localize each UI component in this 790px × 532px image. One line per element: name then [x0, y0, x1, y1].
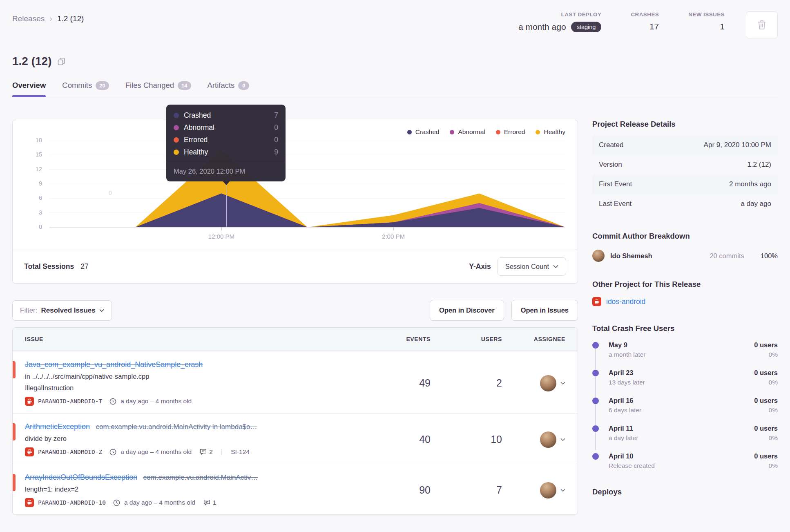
environment-badge: staging	[571, 22, 602, 32]
chevron-down-icon[interactable]	[560, 438, 565, 441]
assignee-avatar[interactable]	[540, 375, 556, 391]
chevron-down-icon[interactable]	[560, 489, 565, 492]
timeline-entry: April 16 6 days later 0 users 0%	[592, 397, 778, 414]
open-in-discover-button[interactable]: Open in Discover	[430, 300, 504, 321]
timeline-entry: April 10 Release created 0 users 0%	[592, 452, 778, 469]
chevron-down-icon[interactable]	[560, 382, 565, 385]
y-tick-label: 9	[39, 180, 42, 187]
issue-title-link[interactable]: ArithmeticException	[25, 422, 90, 431]
author-percent: 100%	[761, 252, 778, 260]
tab-overview[interactable]: Overview	[12, 81, 46, 97]
last-deploy-label: LAST DEPLOY	[518, 11, 602, 18]
project-slug: PARANOID-ANDROID-T	[38, 398, 102, 405]
comments-indicator[interactable]: 2	[200, 448, 213, 456]
issue-row: ArrayIndexOutOfBoundsException com.examp…	[13, 464, 578, 514]
deploys-section: Deploys	[592, 487, 778, 496]
release-page: Releases › 1.2 (12) LAST DEPLOY a month …	[0, 0, 790, 532]
stat-new-issues: NEW ISSUES 1	[688, 11, 725, 31]
breadcrumb-releases-link[interactable]: Releases	[12, 14, 45, 23]
assignee-avatar[interactable]	[540, 482, 556, 498]
last-deploy-value: a month ago	[518, 22, 566, 32]
clock-icon	[113, 499, 120, 506]
other-project-link[interactable]: idos-android	[606, 297, 645, 306]
abnormal-dot-icon	[174, 125, 179, 130]
issue-users-count: 10	[431, 422, 502, 456]
issue-culprit-inline[interactable]: com.example.vu.android.MainActiv…	[143, 474, 258, 481]
project-slug: PARANOID-ANDROID-Z	[38, 449, 102, 455]
healthy-dot-icon	[174, 150, 179, 155]
breadcrumb-current: 1.2 (12)	[57, 14, 84, 23]
comments-indicator[interactable]: 1	[203, 499, 216, 506]
clock-icon	[109, 398, 116, 405]
issue-annotation[interactable]: SI-124	[231, 448, 250, 456]
tooltip-date: May 26, 2020 12:00 PM	[166, 162, 286, 181]
issue-level-indicator	[13, 361, 16, 378]
column-assignee: ASSIGNEE	[502, 336, 578, 342]
y-tick-label: 12	[36, 166, 42, 172]
abnormal-dot-icon	[450, 130, 454, 134]
comment-icon	[200, 449, 207, 455]
detail-row-created: CreatedApr 9, 2020 10:00 PM	[592, 135, 778, 155]
timeline-dot-icon	[592, 398, 599, 404]
issue-title-link[interactable]: Java_com_example_vu_android_NativeSample…	[25, 360, 203, 369]
timeline-dot-icon	[592, 453, 599, 460]
new-issues-value: 1	[720, 22, 725, 31]
x-tick-label: 12:00 PM	[208, 233, 234, 240]
y-axis-select[interactable]: Session Count	[498, 257, 566, 276]
issue-culprit-inline[interactable]: com.example.vu.android.MainActivity in l…	[96, 423, 257, 431]
issue-users-count: 7	[431, 473, 502, 507]
y-tick-label: 0	[39, 224, 42, 230]
other-project-section: Other Project for This Release idos-andr…	[592, 280, 778, 306]
sessions-chart-card: CrashedAbnormalErroredHealthy 0369121518…	[12, 120, 578, 284]
column-users: USERS	[431, 336, 502, 342]
author-name: Ido Shemesh	[610, 252, 704, 260]
section-title: Deploys	[592, 487, 778, 496]
copy-icon[interactable]	[58, 58, 65, 65]
delete-release-button[interactable]	[746, 11, 778, 38]
errored-dot-icon	[496, 130, 500, 134]
issue-title-link[interactable]: ArrayIndexOutOfBoundsException	[25, 473, 137, 481]
issue-row: ArithmeticException com.example.vu.andro…	[13, 413, 578, 464]
timeline-entry: April 11 a day later 0 users 0%	[592, 425, 778, 442]
chevron-down-icon	[553, 265, 558, 268]
open-in-issues-button[interactable]: Open in Issues	[511, 300, 578, 321]
tab-artifacts[interactable]: Artifacts 0	[208, 81, 250, 97]
legend-item-healthy[interactable]: Healthy	[536, 128, 565, 136]
legend-item-errored[interactable]: Errored	[496, 128, 525, 136]
chart-tooltip: Crashed 7 Abnormal 0 E	[166, 105, 286, 181]
java-project-icon	[25, 447, 34, 456]
chevron-down-icon	[99, 309, 104, 312]
meta-divider: |	[221, 448, 223, 456]
tooltip-row-errored: Errored 0	[174, 136, 278, 144]
chart-ghost-label: 0	[109, 190, 112, 196]
release-tabs: Overview Commits 20 Files Changed 14 Art…	[12, 81, 778, 97]
legend-item-crashed[interactable]: Crashed	[407, 128, 440, 136]
tab-files-changed[interactable]: Files Changed 14	[125, 81, 191, 97]
chart-area: 0369121518 0 Crashed 7	[13, 120, 578, 249]
issues-filter-select[interactable]: Filter: Resolved Issues	[12, 300, 112, 321]
issue-culprit: in ../../../../src/main/cpp/native-sampl…	[25, 373, 377, 380]
tooltip-row-healthy: Healthy 9	[174, 148, 278, 156]
issue-events-count: 90	[377, 473, 431, 507]
tab-commits[interactable]: Commits 20	[62, 81, 109, 97]
chart-hover-line	[226, 178, 227, 227]
page-title: 1.2 (12)	[12, 55, 52, 68]
y-axis-label: Y-Axis	[469, 262, 491, 271]
column-events: EVENTS	[377, 336, 431, 342]
issue-message: IllegalInstruction	[25, 384, 377, 392]
timeline-dot-icon	[592, 425, 599, 432]
legend-item-abnormal[interactable]: Abnormal	[450, 128, 485, 136]
commit-author-breakdown: Commit Author Breakdown Ido Shemesh 20 c…	[592, 232, 778, 262]
x-tick-label: 2:00 PM	[382, 233, 405, 240]
issue-row: Java_com_example_vu_android_NativeSample…	[13, 351, 578, 413]
chart-footer: Total Sessions 27 Y-Axis Session Count	[13, 250, 578, 283]
project-release-details: Project Release Details CreatedApr 9, 20…	[592, 120, 778, 214]
errored-dot-icon	[174, 137, 179, 143]
crashed-dot-icon	[174, 113, 179, 118]
crashes-value: 17	[649, 22, 659, 31]
assignee-avatar[interactable]	[540, 431, 556, 448]
total-crash-free-users: Total Crash Free Users May 9 a month lat…	[592, 324, 778, 469]
issue-events-count: 40	[377, 422, 431, 456]
java-project-icon	[25, 498, 34, 507]
healthy-dot-icon	[536, 130, 540, 134]
